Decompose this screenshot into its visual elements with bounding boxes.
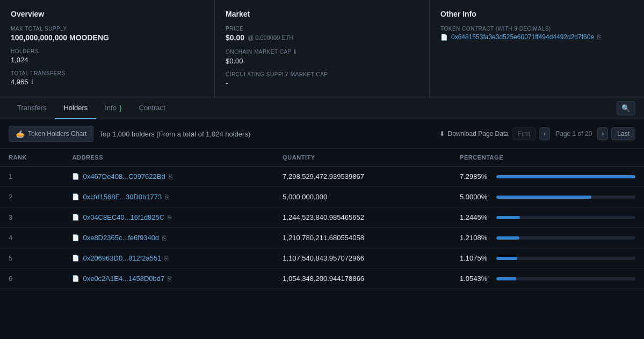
rank-cell: 3: [0, 207, 63, 228]
table-row: 6 📄 0xe0c2A1E4...1458D0bd7 ⎘ 1,054,348,2…: [0, 269, 644, 289]
transfers-info-icon: ℹ: [31, 78, 33, 85]
address-copy-icon[interactable]: ⎘: [168, 275, 171, 283]
tab-holders[interactable]: Holders: [55, 97, 96, 119]
download-button[interactable]: ⬇ Download Page Data: [439, 130, 509, 138]
other-info-title: Other Info: [440, 10, 633, 18]
address-copy-icon[interactable]: ⎘: [162, 234, 166, 242]
tab-transfers[interactable]: Transfers: [9, 97, 55, 119]
table-row: 3 📄 0x04C8EC40...16f1d825C ⎘ 1,244,523,8…: [0, 207, 644, 228]
percentage-cell: 1.2445%: [451, 207, 644, 228]
address-file-icon: 📄: [72, 193, 79, 200]
percentage-bar-container: [496, 236, 635, 240]
holders-description: Top 1,000 holders (From a total of 1,024…: [99, 130, 250, 138]
percentage-bar: [496, 277, 516, 280]
rank-cell: 6: [0, 269, 63, 289]
address-link[interactable]: 0xe8D2365c...fe6f9340d: [83, 234, 159, 242]
address-cell: 📄 0x04C8EC40...16f1d825C ⎘: [63, 207, 274, 228]
percentage-label: 1.1075%: [460, 254, 492, 262]
percentage-bar: [496, 257, 517, 260]
search-icon: 🔍: [621, 104, 631, 112]
tabs-bar: Transfers Holders Info } Contract 🔍: [0, 97, 644, 119]
price-label: PRICE: [226, 26, 418, 32]
percentage-bar-container: [496, 257, 635, 260]
percentage-bar: [496, 175, 635, 178]
percentage-bar-container: [496, 175, 635, 178]
address-file-icon: 📄: [72, 173, 79, 180]
contract-row: 📄 0x6481553fa3e3d525e60071ff494d4492d2d7…: [440, 33, 633, 41]
top-cards: Overview MAX TOTAL SUPPLY 100,000,000,00…: [0, 0, 644, 97]
percentage-cell: 5.0000%: [451, 187, 644, 207]
search-button[interactable]: 🔍: [617, 101, 635, 116]
address-link[interactable]: 0xcfd1568E...30D0b1773: [83, 193, 162, 201]
rank-cell: 5: [0, 248, 63, 269]
address-link[interactable]: 0x206963D0...812f2a551: [83, 254, 161, 262]
address-copy-icon[interactable]: ⎘: [168, 214, 171, 221]
contract-copy-icon[interactable]: ⎘: [597, 33, 601, 41]
transfers-value: 4,965: [11, 78, 28, 86]
address-link[interactable]: 0x04C8EC40...16f1d825C: [83, 213, 164, 221]
download-label: Download Page Data: [448, 130, 509, 138]
table-row: 2 📄 0xcfd1568E...30D0b1773 ⎘ 5,000,000,0…: [0, 187, 644, 207]
max-supply-value: 100,000,000,000 MOODENG: [11, 33, 204, 42]
address-file-icon: 📄: [72, 275, 79, 282]
first-button[interactable]: First: [512, 127, 536, 140]
percentage-header: Percentage: [451, 149, 644, 167]
last-button[interactable]: Last: [611, 127, 635, 140]
address-file-icon: 📄: [72, 234, 79, 241]
price-eth: @ 0.000000 ETH: [248, 34, 293, 41]
circ-cap-label: CIRCULATING SUPPLY MARKET CAP: [226, 71, 418, 77]
quantity-cell: 1,054,348,200.944178866: [274, 269, 451, 289]
percentage-cell: 7.2985%: [451, 167, 644, 187]
percentage-label: 5.0000%: [460, 193, 492, 201]
chart-btn-label: Token Holders Chart: [28, 130, 86, 138]
info-check-icon: }: [120, 104, 122, 112]
percentage-bar: [496, 196, 591, 199]
prev-page-button[interactable]: ‹: [539, 127, 550, 140]
price-row: $0.00 @ 0.000000 ETH: [226, 33, 418, 42]
table-row: 1 📄 0x467De408...C097622Bd ⎘ 7,298,529,4…: [0, 167, 644, 187]
pie-chart-icon: 🥧: [16, 129, 25, 138]
overview-card: Overview MAX TOTAL SUPPLY 100,000,000,00…: [0, 0, 215, 97]
percentage-label: 7.2985%: [460, 172, 492, 181]
rank-cell: 4: [0, 228, 63, 248]
tab-contract[interactable]: Contract: [131, 97, 174, 119]
quantity-cell: 1,244,523,840.985465652: [274, 207, 451, 228]
holders-label: HOLDERS: [11, 48, 204, 54]
percentage-bar: [496, 216, 520, 219]
onchain-cap-info-icon: ℹ: [294, 48, 296, 55]
quantity-header: Quantity: [274, 149, 451, 167]
percentage-cell: 1.1075%: [451, 248, 644, 269]
address-copy-icon[interactable]: ⎘: [164, 255, 168, 262]
tab-info[interactable]: Info }: [96, 97, 130, 119]
page-info: Page 1 of 20: [553, 130, 594, 138]
circ-cap-value: -: [226, 79, 418, 87]
address-cell: 📄 0x206963D0...812f2a551 ⎘: [63, 248, 274, 269]
quantity-cell: 7,298,529,472.939539867: [274, 167, 451, 187]
table-header-row: Rank Address Quantity Percentage: [0, 149, 644, 167]
holders-table-container: Rank Address Quantity Percentage 1 📄 0x4…: [0, 149, 644, 289]
toolbar: 🥧 Token Holders Chart Top 1,000 holders …: [0, 119, 644, 149]
holders-table: Rank Address Quantity Percentage 1 📄 0x4…: [0, 149, 644, 289]
quantity-cell: 5,000,000,000: [274, 187, 451, 207]
address-file-icon: 📄: [72, 255, 79, 262]
contract-address[interactable]: 0x6481553fa3e3d525e60071ff494d4492d2d7f6…: [451, 33, 594, 41]
address-link[interactable]: 0xe0c2A1E4...1458D0bd7: [83, 275, 164, 283]
percentage-label: 1.2445%: [460, 213, 492, 221]
address-copy-icon[interactable]: ⎘: [169, 173, 172, 181]
address-link[interactable]: 0x467De408...C097622Bd: [83, 172, 165, 181]
table-row: 5 📄 0x206963D0...812f2a551 ⎘ 1,107,540,8…: [0, 248, 644, 269]
download-icon: ⬇: [439, 130, 445, 138]
overview-title: Overview: [11, 10, 204, 18]
address-copy-icon[interactable]: ⎘: [165, 193, 169, 201]
percentage-cell: 1.0543%: [451, 269, 644, 289]
address-file-icon: 📄: [72, 214, 79, 221]
table-row: 4 📄 0xe8D2365c...fe6f9340d ⎘ 1,210,780,2…: [0, 228, 644, 248]
chart-button[interactable]: 🥧 Token Holders Chart: [9, 126, 93, 142]
rank-cell: 2: [0, 187, 63, 207]
address-header: Address: [63, 149, 274, 167]
market-title: Market: [226, 10, 418, 18]
percentage-cell: 1.2108%: [451, 228, 644, 248]
contract-file-icon: 📄: [440, 34, 448, 41]
address-cell: 📄 0xcfd1568E...30D0b1773 ⎘: [63, 187, 274, 207]
next-page-button[interactable]: ›: [597, 127, 608, 140]
